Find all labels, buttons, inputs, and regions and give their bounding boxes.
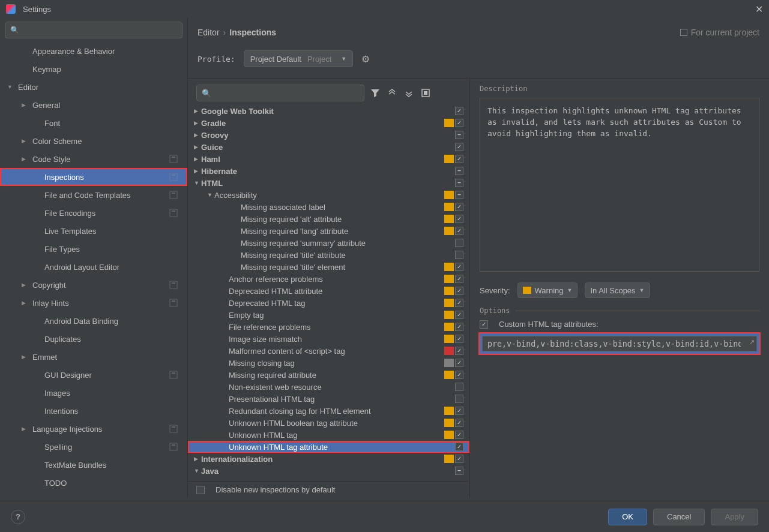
tree-row[interactable]: Deprecated HTML attribute <box>188 285 469 297</box>
inspection-checkbox[interactable] <box>455 311 463 319</box>
inspection-checkbox[interactable] <box>455 335 463 343</box>
sidebar-item-emmet[interactable]: ▶Emmet <box>0 348 187 366</box>
inspection-checkbox[interactable] <box>455 287 463 295</box>
sidebar-item-android-data-binding[interactable]: Android Data Binding <box>0 312 187 330</box>
sidebar-item-live-templates[interactable]: Live Templates <box>0 222 187 240</box>
tree-row[interactable]: ▶Google Web Toolkit <box>188 105 469 117</box>
collapse-all-icon[interactable] <box>403 87 415 99</box>
sidebar-item-duplicates[interactable]: Duplicates <box>0 330 187 348</box>
inspection-checkbox[interactable] <box>455 119 463 127</box>
scope-select[interactable]: In All Scopes ▼ <box>585 282 650 298</box>
help-button[interactable]: ? <box>11 510 25 524</box>
sidebar-item-spelling[interactable]: Spelling <box>0 438 187 456</box>
disable-new-checkbox[interactable] <box>196 486 205 494</box>
sidebar-item-copyright[interactable]: ▶Copyright <box>0 276 187 294</box>
inspection-checkbox[interactable] <box>455 263 463 271</box>
custom-attrs-input[interactable] <box>482 336 757 351</box>
tree-row[interactable]: Missing closing tag <box>188 357 469 369</box>
inspection-checkbox[interactable] <box>455 191 463 199</box>
sidebar-item-language-injections[interactable]: ▶Language Injections <box>0 420 187 438</box>
inspection-checkbox[interactable] <box>455 215 463 223</box>
sidebar-item-inspections[interactable]: Inspections <box>0 168 187 186</box>
sidebar-item-file-and-code-templates[interactable]: File and Code Templates <box>0 186 187 204</box>
tree-row[interactable]: Missing required 'lang' attribute <box>188 225 469 237</box>
inspection-checkbox[interactable] <box>455 443 463 451</box>
sidebar-item-todo[interactable]: TODO <box>0 474 187 492</box>
close-icon[interactable]: ✕ <box>755 4 763 15</box>
inspection-checkbox[interactable] <box>455 467 463 475</box>
inspection-checkbox[interactable] <box>455 155 463 163</box>
tree-row[interactable]: Non-existent web resource <box>188 381 469 393</box>
filter-icon[interactable] <box>369 87 381 99</box>
custom-attrs-checkbox[interactable] <box>480 320 488 329</box>
inspection-checkbox[interactable] <box>455 227 463 235</box>
sidebar-item-inlay-hints[interactable]: ▶Inlay Hints <box>0 294 187 312</box>
tree-row[interactable]: ▼Accessibility <box>188 189 469 201</box>
tree-row[interactable]: Missing associated label <box>188 201 469 213</box>
tree-row[interactable]: ▼HTML <box>188 177 469 189</box>
tree-row[interactable]: ▶Gradle <box>188 117 469 129</box>
sidebar-item-file-types[interactable]: File Types <box>0 240 187 258</box>
tree-row[interactable]: Anchor reference problems <box>188 273 469 285</box>
inspection-checkbox[interactable] <box>455 239 463 247</box>
apply-button[interactable]: Apply <box>711 509 758 525</box>
tree-row[interactable]: Unknown HTML boolean tag attribute <box>188 417 469 429</box>
sidebar-item-code-style[interactable]: ▶Code Style <box>0 150 187 168</box>
inspections-search-input[interactable] <box>211 89 359 98</box>
sidebar-search[interactable]: 🔍 <box>5 22 182 38</box>
inspection-checkbox[interactable] <box>455 131 463 139</box>
expand-all-icon[interactable] <box>386 87 398 99</box>
reset-icon[interactable] <box>420 87 432 99</box>
breadcrumb-editor[interactable]: Editor <box>198 28 220 37</box>
inspection-checkbox[interactable] <box>455 431 463 439</box>
tree-row[interactable]: Missing required attribute <box>188 369 469 381</box>
sidebar-item-gui-designer[interactable]: GUI Designer <box>0 366 187 384</box>
inspection-checkbox[interactable] <box>455 395 463 403</box>
inspection-checkbox[interactable] <box>455 347 463 355</box>
tree-row[interactable]: Deprecated HTML tag <box>188 297 469 309</box>
inspection-checkbox[interactable] <box>455 383 463 391</box>
tree-row[interactable]: File reference problems <box>188 321 469 333</box>
tree-row[interactable]: Unknown HTML tag <box>188 429 469 441</box>
cancel-button[interactable]: Cancel <box>653 509 705 525</box>
sidebar-item-font[interactable]: Font <box>0 114 187 132</box>
inspection-checkbox[interactable] <box>455 359 463 367</box>
inspections-search[interactable]: 🔍 <box>196 85 364 101</box>
tree-row[interactable]: ▼Java <box>188 465 469 477</box>
sidebar-item-color-scheme[interactable]: ▶Color Scheme <box>0 132 187 150</box>
sidebar-item-android-layout-editor[interactable]: Android Layout Editor <box>0 258 187 276</box>
inspection-checkbox[interactable] <box>455 167 463 175</box>
inspection-checkbox[interactable] <box>455 323 463 331</box>
inspections-tree[interactable]: ▶Google Web Toolkit▶Gradle▶Groovy▶Guice▶… <box>188 105 469 481</box>
sidebar-item-textmate-bundles[interactable]: TextMate Bundles <box>0 456 187 474</box>
tree-row[interactable]: Malformed content of <script> tag <box>188 345 469 357</box>
disable-new-row[interactable]: Disable new inspections by default <box>188 481 469 498</box>
inspection-checkbox[interactable] <box>455 203 463 211</box>
inspection-checkbox[interactable] <box>455 371 463 379</box>
inspection-checkbox[interactable] <box>455 407 463 415</box>
tree-row[interactable]: Redundant closing tag for HTML element <box>188 405 469 417</box>
inspection-checkbox[interactable] <box>455 455 463 463</box>
inspection-checkbox[interactable] <box>455 143 463 151</box>
inspection-checkbox[interactable] <box>455 179 463 187</box>
tree-row[interactable]: Presentational HTML tag <box>188 393 469 405</box>
sidebar-item-keymap[interactable]: Keymap <box>0 60 187 78</box>
tree-row[interactable]: Empty tag <box>188 309 469 321</box>
sidebar-item-general[interactable]: ▶General <box>0 96 187 114</box>
tree-row[interactable]: Missing required 'alt' attribute <box>188 213 469 225</box>
tree-row[interactable]: ▶Groovy <box>188 129 469 141</box>
sidebar-item-file-encodings[interactable]: File Encodings <box>0 204 187 222</box>
tree-row[interactable]: Missing required 'summary' attribute <box>188 237 469 249</box>
sidebar-item-images[interactable]: Images <box>0 384 187 402</box>
sidebar-item-appearance-behavior[interactable]: Appearance & Behavior <box>0 42 187 60</box>
sidebar-item-editor[interactable]: ▼Editor <box>0 78 187 96</box>
tree-row[interactable]: ▶Hibernate <box>188 165 469 177</box>
tree-row[interactable]: Missing required 'title' element <box>188 261 469 273</box>
tree-row[interactable]: ▶Haml <box>188 153 469 165</box>
profile-select[interactable]: Project Default Project ▼ <box>244 50 354 67</box>
sidebar-item-intentions[interactable]: Intentions <box>0 402 187 420</box>
severity-select[interactable]: Warning ▼ <box>517 282 578 298</box>
inspection-checkbox[interactable] <box>455 251 463 259</box>
inspection-checkbox[interactable] <box>455 299 463 307</box>
inspection-checkbox[interactable] <box>455 107 463 115</box>
